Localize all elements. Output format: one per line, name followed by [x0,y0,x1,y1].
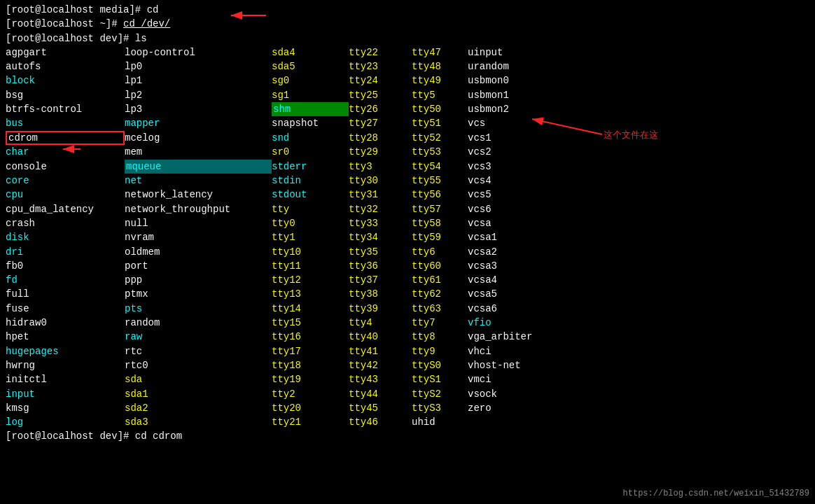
ls-item: uinput [468,46,580,59]
ls-item: ttyS2 [412,387,468,401]
ls-item: crash [6,216,125,230]
ls-item: vcsa4 [468,273,580,287]
ls-item: tty51 [412,116,468,130]
ls-item: tty29 [349,145,412,159]
ls-item: tty24 [349,74,412,88]
ls-item: tty50 [412,102,468,116]
ls-row: consolemqueuestderrtty3tty54vcs3 [6,160,809,174]
ls-item: tty14 [272,302,349,316]
ls-item: vcsa [468,216,580,230]
ls-item: tty47 [412,46,468,59]
ls-item: loop-control [125,46,272,59]
ls-item: tty3 [349,160,412,174]
ls-item: vga_arbiter [468,330,580,344]
terminal-line-2: [root@localhost ~]# cd /dev/ [6,17,809,31]
cd-command: cd /dev/ [123,17,170,31]
ls-item: tty15 [272,316,349,330]
ls-item: input [6,387,125,401]
ls-item: ttyS1 [412,372,468,386]
ls-row: fdppptty12tty37tty61vcsa4 [6,273,809,287]
ls-item: snd [272,131,349,146]
ls-item: mem [125,145,272,159]
ls-item: lp3 [125,102,272,116]
ls-item: vfio [468,316,580,330]
ls-row: fullptmxtty13tty38tty62vcsa5 [6,287,809,301]
ls-item: tty19 [272,372,349,386]
ls-item: tty1 [272,230,349,244]
ls-item: mapper [125,116,272,130]
ls-item: vhci [468,344,580,358]
ls-item: tty17 [272,344,349,358]
ls-item: tty40 [349,330,412,344]
ls-item: tty55 [412,174,468,188]
ls-item: vcs4 [468,174,580,188]
ls-item: tty46 [349,415,412,429]
ls-item: vcs2 [468,145,580,159]
ls-item [468,415,580,429]
ls-item: bus [6,116,125,130]
ls-row: drioldmemtty10tty35tty6vcsa2 [6,245,809,259]
prompt-text-3: [root@localhost dev]# ls [6,31,147,46]
ls-item: hpet [6,330,125,344]
ls-item: tty45 [349,401,412,415]
ls-item: tty44 [349,387,412,401]
ls-item: network_throughput [125,202,272,216]
ls-item: full [6,287,125,301]
ls-item: vcsa1 [468,230,580,244]
url-annotation: https://blog.csdn.net/weixin_51432789 [623,489,809,498]
ls-item: tty35 [349,245,412,259]
prompt-text: [root@localhost media]# cd [6,3,158,17]
ls-row: hwrngrtc0tty18tty42ttyS0vhost-net [6,358,809,372]
ls-item: sr0 [272,145,349,159]
ls-item: tty41 [349,344,412,358]
ls-item: tty16 [272,330,349,344]
ls-item: tty9 [412,344,468,358]
ls-row: autofslp0sda5tty23tty48urandom [6,59,809,74]
ls-item: sda5 [272,59,349,74]
ls-item: sda3 [125,415,272,429]
ls-item: tty2 [272,387,349,401]
ls-item: tty10 [272,245,349,259]
ls-item: log [6,415,125,429]
ls-item: vcs [468,116,580,130]
ls-item: tty4 [349,316,412,330]
ls-item: sg0 [272,74,349,88]
ls-item: port [125,259,272,273]
ls-row: logsda3tty21tty46uhid [6,415,809,429]
ls-item: tty0 [272,216,349,230]
ls-item: tty34 [349,230,412,244]
ls-item: mqueue [125,160,272,174]
ls-item: cpu [6,188,125,202]
ls-item: sda1 [125,387,272,401]
ls-item: tty33 [349,216,412,230]
ls-item: tty [272,202,349,216]
ls-item: tty27 [349,116,412,130]
ls-item: tty59 [412,230,468,244]
ls-item: rtc0 [125,358,272,372]
ls-item: tty37 [349,273,412,287]
ls-item: tty54 [412,160,468,174]
ls-row: cdrommcelogsndtty28tty52vcs1 [6,131,809,146]
ls-row: hpetrawtty16tty40tty8vga_arbiter [6,330,809,344]
ls-row: cpu_dma_latencynetwork_throughputttytty3… [6,202,809,216]
ls-item: vcs6 [468,202,580,216]
ls-item: tty30 [349,174,412,188]
ls-row: fuseptstty14tty39tty63vcsa6 [6,302,809,316]
ls-item: tty25 [349,88,412,102]
ls-item: ttyS3 [412,401,468,415]
ls-item: stdout [272,188,349,202]
ls-item: tty23 [349,59,412,74]
ls-item: vcsa6 [468,302,580,316]
terminal-line-1: [root@localhost media]# cd [6,3,809,17]
ls-row: disknvramtty1tty34tty59vcsa1 [6,230,809,244]
ls-item: tty32 [349,202,412,216]
ls-item: tty20 [272,401,349,415]
ls-item: network_latency [125,188,272,202]
terminal-last-line: [root@localhost dev]# cd cdrom [6,429,809,443]
ls-item: vcs1 [468,131,580,146]
ls-row: busmappersnapshottty27tty51vcs [6,116,809,130]
ls-item: agpgart [6,46,125,59]
ls-item: ptmx [125,287,272,301]
ls-row: btrfs-controllp3shmtty26tty50usbmon2 [6,102,809,116]
ls-item: cdrom [6,131,125,146]
